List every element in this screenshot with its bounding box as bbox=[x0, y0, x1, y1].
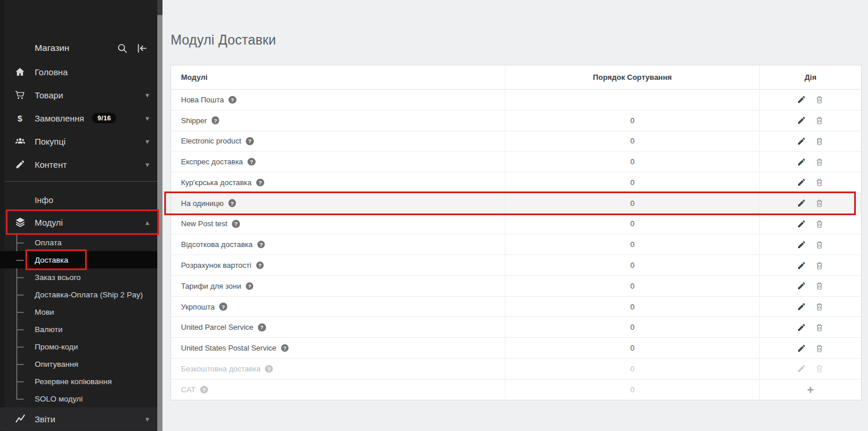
help-icon[interactable]: ? bbox=[212, 116, 220, 124]
add-icon[interactable]: + bbox=[807, 384, 814, 396]
delete-icon[interactable] bbox=[815, 302, 824, 311]
help-icon[interactable]: ? bbox=[257, 241, 265, 249]
sidebar-scrollbar[interactable] bbox=[157, 0, 162, 431]
sidebar-subitem-solo-modules[interactable]: SOLO модулі bbox=[0, 390, 157, 407]
edit-icon[interactable] bbox=[797, 95, 806, 104]
help-icon[interactable]: ? bbox=[248, 158, 256, 166]
sort-order-value: 0 bbox=[505, 276, 759, 296]
help-icon[interactable]: ? bbox=[256, 179, 264, 187]
edit-icon[interactable] bbox=[797, 137, 806, 146]
delete-icon[interactable] bbox=[815, 116, 824, 125]
sidebar-item-reports[interactable]: Звіти▾ bbox=[0, 407, 157, 430]
delete-icon[interactable] bbox=[815, 240, 824, 249]
delete-icon[interactable] bbox=[815, 364, 824, 373]
sidebar-subitem-promo-codes[interactable]: Промо-коди bbox=[0, 338, 157, 355]
sidebar-item-label: Звіти bbox=[35, 414, 56, 424]
sidebar-section-info[interactable]: Інфо bbox=[0, 190, 157, 211]
sidebar-subitem-languages[interactable]: Мови bbox=[0, 303, 157, 321]
delete-icon[interactable] bbox=[815, 198, 824, 208]
delete-icon[interactable] bbox=[815, 323, 824, 332]
sidebar-item-label: Модулі bbox=[35, 218, 63, 227]
chevron-down-icon: ▾ bbox=[145, 415, 149, 423]
module-name: Експрес доставка bbox=[181, 157, 243, 166]
sidebar-subitem-payment[interactable]: Оплата bbox=[0, 234, 157, 251]
sort-order-value: 0 bbox=[505, 214, 759, 234]
edit-icon[interactable] bbox=[797, 261, 806, 270]
edit-icon[interactable] bbox=[797, 178, 806, 187]
module-name: Безкоштовна доставка bbox=[181, 364, 260, 373]
sort-order-value: 0 bbox=[505, 255, 759, 275]
home-icon bbox=[13, 67, 27, 78]
sidebar: Магазин ГоловнаТовари▾$Замовлення9/16▾По… bbox=[0, 0, 157, 431]
edit-icon[interactable] bbox=[797, 281, 806, 290]
sidebar-subitem-backup[interactable]: Резервне копіювання bbox=[0, 373, 157, 390]
sidebar-item-modules[interactable]: Модулі▴ bbox=[0, 211, 157, 234]
sidebar-subitem-surveys[interactable]: Опитування bbox=[0, 355, 157, 373]
sidebar-item-label: Замовлення bbox=[35, 113, 84, 123]
table-row: CAT?0+ bbox=[171, 380, 861, 400]
edit-icon[interactable] bbox=[797, 302, 806, 311]
sidebar-item-products[interactable]: Товари▾ bbox=[0, 83, 157, 106]
help-icon[interactable]: ? bbox=[228, 96, 237, 104]
table-row: Відсоткова доставка?0 bbox=[171, 234, 861, 255]
help-icon[interactable]: ? bbox=[232, 220, 240, 228]
help-icon[interactable]: ? bbox=[219, 303, 227, 311]
help-icon[interactable]: ? bbox=[200, 386, 208, 394]
help-icon[interactable]: ? bbox=[256, 261, 264, 270]
edit-icon[interactable] bbox=[797, 157, 806, 167]
edit-icon[interactable] bbox=[797, 344, 806, 353]
sidebar-subitem-label: Валюти bbox=[35, 325, 62, 334]
delete-icon[interactable] bbox=[815, 261, 824, 270]
sidebar-subitem-order-total[interactable]: Заказ всього bbox=[0, 268, 157, 286]
module-name: Нова Пошта bbox=[181, 95, 224, 104]
table-row: Експрес доставка?0 bbox=[171, 152, 861, 172]
help-icon[interactable]: ? bbox=[265, 365, 273, 373]
edit-icon[interactable] bbox=[797, 198, 806, 208]
search-icon[interactable] bbox=[116, 42, 128, 54]
sidebar-subitem-label: Заказ всього bbox=[35, 273, 81, 282]
sidebar-subitem-label: Доставка bbox=[35, 256, 68, 264]
edit-icon[interactable] bbox=[797, 323, 806, 332]
sort-order-value: 0 bbox=[505, 234, 759, 255]
delete-icon[interactable] bbox=[815, 219, 824, 229]
module-name: Shipper bbox=[181, 116, 207, 125]
users-icon bbox=[13, 135, 27, 147]
sidebar-subitem-shipping[interactable]: Доставка bbox=[0, 251, 157, 268]
module-name: Electronic product bbox=[181, 137, 241, 145]
sidebar-item-label: Головна bbox=[35, 67, 68, 77]
sidebar-subitem-label: Промо-коди bbox=[35, 342, 78, 351]
help-icon[interactable]: ? bbox=[246, 137, 254, 145]
delete-icon[interactable] bbox=[815, 178, 824, 187]
sidebar-subitem-label: Мови bbox=[35, 308, 54, 316]
scrollbar-thumb[interactable] bbox=[157, 15, 162, 431]
module-name: New Post test bbox=[181, 219, 227, 228]
delete-icon[interactable] bbox=[815, 281, 824, 290]
edit-icon[interactable] bbox=[797, 364, 806, 373]
sidebar-subitem-currencies[interactable]: Валюти bbox=[0, 321, 157, 338]
delete-icon[interactable] bbox=[815, 95, 824, 104]
help-icon[interactable]: ? bbox=[246, 282, 254, 290]
sidebar-nav: ГоловнаТовари▾$Замовлення9/16▾Покупці▾Ко… bbox=[0, 60, 157, 176]
edit-icon[interactable] bbox=[797, 240, 806, 249]
module-name: Кур'єрська доставка bbox=[181, 178, 252, 187]
sort-order-value: 0 bbox=[505, 193, 759, 213]
sidebar-subitem-ship2pay[interactable]: Доставка-Оплата (Ship 2 Pay) bbox=[0, 286, 157, 303]
modules-table: Модулі Порядок Сортування Дія Нова Пошта… bbox=[171, 65, 862, 400]
sidebar-subitem-label: SOLO модулі bbox=[35, 395, 83, 403]
table-row: United Parcel Service?0 bbox=[171, 317, 861, 338]
sidebar-item-content[interactable]: Контент▾ bbox=[0, 153, 157, 176]
sidebar-item-customers[interactable]: Покупці▾ bbox=[0, 130, 157, 153]
collapse-sidebar-icon[interactable] bbox=[136, 42, 148, 54]
delete-icon[interactable] bbox=[815, 157, 824, 167]
module-name: CAT bbox=[181, 385, 195, 394]
sidebar-item-orders[interactable]: $Замовлення9/16▾ bbox=[0, 106, 157, 130]
delete-icon[interactable] bbox=[815, 344, 824, 353]
column-header-modules: Модулі bbox=[171, 65, 505, 89]
sidebar-item-home[interactable]: Головна bbox=[0, 60, 157, 83]
edit-icon[interactable] bbox=[797, 116, 806, 125]
delete-icon[interactable] bbox=[815, 137, 824, 146]
help-icon[interactable]: ? bbox=[281, 344, 289, 352]
edit-icon[interactable] bbox=[797, 219, 806, 229]
help-icon[interactable]: ? bbox=[258, 323, 266, 331]
help-icon[interactable]: ? bbox=[228, 199, 237, 207]
